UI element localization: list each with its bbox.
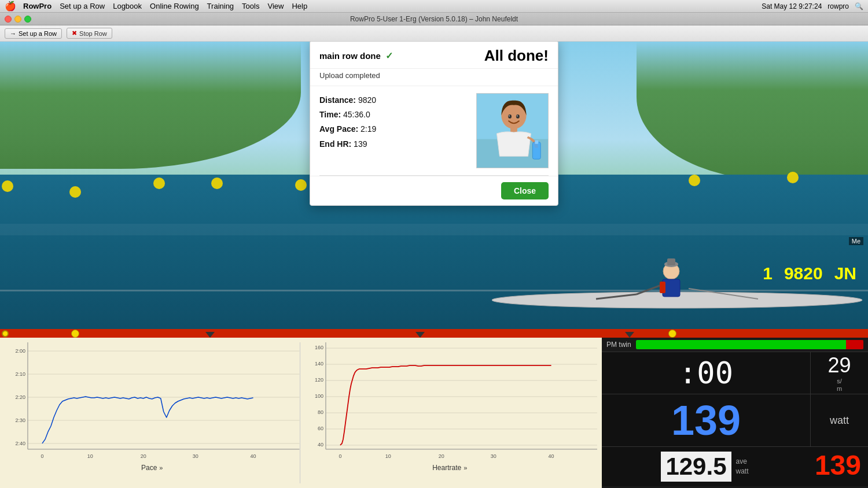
pm-ave-watt-display: 129.5 avewatt: [602, 447, 808, 486]
dialog-header: main row done ✓ All done!: [310, 41, 558, 69]
menubar-time: Sat May 12 9:27:24: [762, 2, 822, 10]
menu-logbook[interactable]: Logbook: [113, 2, 142, 10]
close-button[interactable]: Close: [501, 182, 549, 199]
menu-setup-row[interactable]: Set up a Row: [60, 2, 105, 10]
distance-stat: Distance: 9820: [319, 93, 467, 108]
menu-help[interactable]: Help: [292, 2, 307, 10]
workout-stats: Distance: 9820 Time: 45:36.0 Avg Pace: 2…: [319, 93, 467, 168]
svg-text:2:30: 2:30: [15, 417, 25, 423]
svg-text:160: 160: [314, 345, 323, 350]
menu-online-rowing[interactable]: Online Rowing: [150, 2, 199, 10]
pace-arrows-icon[interactable]: »: [159, 464, 163, 471]
svg-text:2:40: 2:40: [15, 441, 25, 446]
pm-bar-red: [846, 340, 863, 349]
close-window-button[interactable]: [5, 16, 12, 23]
pm-watt-value: 139: [602, 394, 810, 446]
svg-text:0: 0: [339, 453, 341, 459]
app-name[interactable]: RowPro: [23, 2, 52, 10]
svg-rect-14: [532, 142, 540, 160]
svg-text:80: 80: [317, 409, 323, 415]
dialog-footer: Close: [310, 176, 558, 205]
menubar-user: rowpro: [827, 2, 849, 10]
titlebar: RowPro 5-User 1-Erg (Version 5.0.18) – J…: [0, 13, 868, 25]
window-controls[interactable]: [5, 16, 31, 23]
fullscreen-window-button[interactable]: [24, 16, 31, 23]
svg-point-19: [517, 115, 518, 116]
bottom-panel: 2:00 2:10 2:20 2:30 2:40 0 10 20 30 40: [0, 338, 868, 488]
setup-row-button[interactable]: → Set up a Row: [5, 28, 62, 39]
pm-bottom-row: 129.5 avewatt 139: [602, 447, 868, 486]
svg-text:20: 20: [141, 453, 146, 459]
dialog-overlay: main row done ✓ All done! Upload complet…: [0, 42, 868, 338]
checkmark-icon: ✓: [385, 50, 393, 61]
menubar-right: Sat May 12 9:27:24 rowpro 🔍: [762, 2, 863, 10]
menu-tools[interactable]: Tools: [242, 2, 259, 10]
pm-time-display: :00: [602, 352, 810, 394]
svg-text:60: 60: [317, 426, 323, 431]
heartrate-chart-svg: 160 140 120 100 80 60 40 0 10 20 30: [303, 342, 598, 464]
completion-dialog: main row done ✓ All done! Upload complet…: [310, 40, 558, 206]
minimize-window-button[interactable]: [14, 16, 21, 23]
svg-text:10: 10: [87, 453, 93, 459]
pace-chart: 2:00 2:10 2:20 2:30 2:40 0 10 20 30 40: [5, 342, 300, 483]
pm-status-bar: [636, 340, 863, 349]
svg-text:2:20: 2:20: [15, 394, 25, 400]
window-title: RowPro 5-User 1-Erg (Version 5.0.18) – J…: [350, 15, 518, 23]
user-avatar: [476, 93, 549, 168]
pm-bar-green: [636, 340, 846, 349]
svg-text:140: 140: [314, 361, 323, 367]
menu-view[interactable]: View: [267, 2, 284, 10]
all-done-heading: All done!: [484, 47, 549, 65]
pm-hr-value: 139: [808, 447, 868, 486]
pm-panel-header: PM twin: [602, 338, 868, 352]
pm-twin-label: PM twin: [606, 341, 631, 349]
pm-time-row: :00 29 s/m: [602, 352, 868, 394]
search-icon[interactable]: 🔍: [855, 2, 863, 10]
charts-area: 2:00 2:10 2:20 2:30 2:40 0 10 20 30 40: [0, 338, 602, 488]
svg-text:30: 30: [193, 453, 198, 459]
svg-text:2:10: 2:10: [15, 371, 25, 377]
avgpace-stat: Avg Pace: 2:19: [319, 122, 467, 136]
svg-text:40: 40: [251, 453, 256, 459]
svg-text:2:00: 2:00: [15, 348, 25, 354]
setup-row-icon: →: [10, 30, 16, 37]
svg-text:40: 40: [548, 453, 554, 459]
svg-text:120: 120: [314, 377, 323, 383]
pm-watt-label: watt: [810, 394, 868, 446]
svg-text:20: 20: [438, 453, 444, 459]
menubar: 🍎 RowPro Set up a Row Logbook Online Row…: [0, 0, 868, 13]
avatar-image: [477, 94, 548, 168]
apple-icon[interactable]: 🍎: [5, 1, 16, 12]
pm-watt-row: 139 watt: [602, 394, 868, 447]
time-stat: Time: 45:36.0: [319, 108, 467, 122]
pm-spm-unit: s/m: [837, 378, 842, 393]
pm-ave-label: avewatt: [736, 457, 749, 476]
heartrate-arrows-icon[interactable]: »: [464, 464, 467, 471]
main-status-text: main row done: [319, 51, 381, 61]
svg-text:0: 0: [41, 453, 43, 459]
svg-text:100: 100: [314, 393, 323, 399]
pm-spm-display: 29 s/m: [810, 352, 868, 394]
pm-spm-value: 29: [827, 353, 851, 378]
svg-text:30: 30: [490, 453, 496, 459]
menu-training[interactable]: Training: [207, 2, 234, 10]
pace-chart-label: Pace »: [141, 464, 163, 472]
pm-panel: PM twin :00 29 s/m 139 watt 129.5 avewat…: [602, 338, 868, 488]
svg-point-17: [516, 114, 520, 119]
toolbar: → Set up a Row ✖ Stop Row: [0, 25, 868, 42]
heartrate-chart-label: Heartrate »: [432, 464, 467, 472]
pm-ave-value: 129.5: [661, 452, 731, 482]
svg-point-18: [509, 115, 510, 116]
upload-status: Upload completed: [310, 69, 558, 86]
svg-text:40: 40: [317, 442, 323, 448]
dialog-body: Distance: 9820 Time: 45:36.0 Avg Pace: 2…: [310, 86, 558, 175]
stop-row-button[interactable]: ✖ Stop Row: [67, 28, 112, 39]
svg-rect-15: [535, 141, 538, 144]
svg-point-16: [508, 114, 512, 119]
heartrate-chart: 160 140 120 100 80 60 40 0 10 20 30: [303, 342, 598, 483]
pace-chart-svg: 2:00 2:10 2:20 2:30 2:40 0 10 20 30 40: [5, 342, 300, 464]
svg-text:10: 10: [385, 453, 391, 459]
endhr-stat: End HR: 139: [319, 137, 467, 151]
stop-icon: ✖: [72, 29, 77, 37]
